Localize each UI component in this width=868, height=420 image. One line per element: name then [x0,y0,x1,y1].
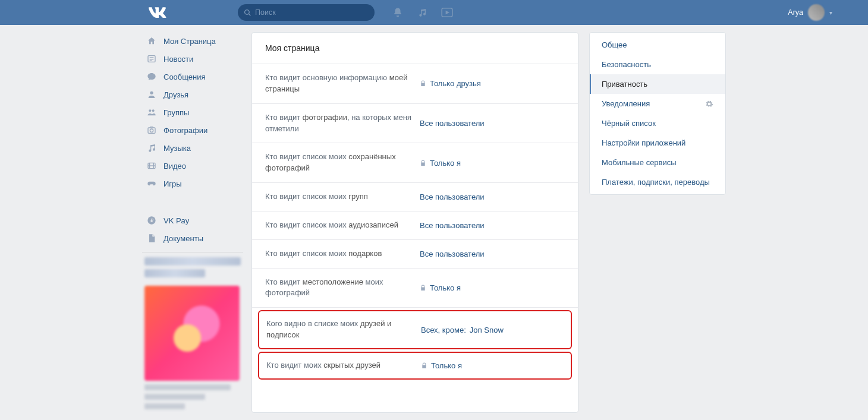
privacy-setting-row: Кто видит местоположение моих фотографий… [252,269,578,308]
settings-nav-mobile[interactable]: Мобильные сервисы [590,153,725,172]
setting-label: Кто видит основную информацию моей стран… [265,72,420,95]
settings-nav-label: Общее [602,40,627,49]
svg-point-11 [150,129,153,132]
nav-music[interactable]: Музыка [142,139,243,157]
settings-nav-general[interactable]: Общее [590,35,725,55]
nav-news[interactable]: Новости [142,50,243,68]
nav-games[interactable]: Игры [142,175,243,192]
doc-icon [146,233,158,243]
settings-nav: ОбщееБезопасностьПриватностьУведомленияЧ… [589,32,726,195]
svg-point-0 [245,10,250,14]
setting-value[interactable]: Все пользователи [420,192,485,201]
chevron-down-icon: ▾ [829,10,832,16]
privacy-setting-row: Кто видит моих скрытых друзейТолько я [259,353,571,378]
nav-label: Документы [163,234,203,243]
nav-friends[interactable]: Друзья [142,86,243,103]
nav-photos[interactable]: Фотографии [142,121,243,139]
setting-value[interactable]: Все пользователи [420,250,485,258]
nav-my-page[interactable]: Моя Страница [142,32,243,50]
highlighted-setting: Кто видит моих скрытых друзейТолько я [258,352,572,380]
privacy-setting-row: Кто видит список моих аудиозаписейВсе по… [252,211,578,240]
music-icon [146,143,158,153]
settings-nav-label: Настройки приложений [602,138,685,147]
settings-nav-notifications[interactable]: Уведомления [590,94,725,113]
settings-nav-label: Уведомления [602,99,650,108]
settings-panel: Моя страница Кто видит основную информац… [251,32,578,413]
nav-groups[interactable]: Группы [142,103,243,121]
games-icon [146,179,158,188]
settings-nav-app-settings[interactable]: Настройки приложений [590,133,725,153]
news-icon [146,54,158,64]
groups-icon [146,108,158,117]
nav-messages[interactable]: Сообщения [142,68,243,86]
blurred-text [142,384,243,409]
settings-nav-privacy[interactable]: Приватность [590,74,725,94]
nav-vkpay[interactable]: ₽VK Pay [142,211,243,229]
setting-label: Кого видно в списке моих друзей и подпис… [266,318,421,341]
settings-nav-security[interactable]: Безопасность [590,55,725,74]
video-icon [146,161,158,170]
nav-label: VK Pay [163,216,189,225]
setting-value[interactable]: Только я [421,361,462,370]
privacy-setting-row: Кто видит список моих группВсе пользоват… [252,183,578,211]
lock-icon [420,80,426,87]
vk-logo[interactable] [149,7,166,18]
message-icon [146,72,158,81]
lock-icon [420,285,426,291]
search-box[interactable] [238,4,375,21]
setting-label: Кто видит список моих групп [265,191,420,203]
nav-label: Игры [163,179,182,188]
page-title: Моя страница [252,33,578,64]
privacy-setting-row: Кто видит список моих подарковВсе пользо… [252,240,578,269]
nav-documents[interactable]: Документы [142,229,243,247]
avatar [808,4,825,21]
setting-value[interactable]: Только друзья [420,79,481,88]
lock-icon [420,160,426,166]
video-play-icon[interactable] [441,8,453,17]
privacy-setting-row: Кого видно в списке моих друзей и подпис… [259,311,571,348]
gear-icon[interactable] [705,100,713,108]
nav-label: Группы [163,108,189,117]
vkpay-icon: ₽ [146,216,158,225]
user-menu[interactable]: Arya ▾ [788,4,832,21]
highlighted-setting: Кого видно в списке моих друзей и подпис… [258,310,572,349]
setting-label: Кто видит список моих сохранённых фотогр… [265,151,420,174]
search-icon [244,9,251,17]
svg-point-9 [152,109,155,112]
svg-point-7 [150,91,153,94]
settings-nav-label: Чёрный список [602,119,656,128]
setting-label: Кто видит список моих подарков [265,248,420,260]
nav-label: Музыка [163,144,191,153]
setting-value[interactable]: Все пользователи [420,119,485,128]
nav-label: Видео [163,162,186,170]
setting-label: Кто видит фотографии, на которых меня от… [265,112,420,135]
setting-label: Кто видит список моих аудиозаписей [265,220,420,231]
header-icons [392,7,453,18]
photo-icon [146,125,158,135]
svg-point-8 [149,109,151,112]
home-icon [146,36,158,46]
friend-icon [146,90,158,99]
setting-value[interactable]: Всех, кроме: Jon Snow [421,326,504,334]
svg-text:₽: ₽ [150,218,153,223]
setting-value[interactable]: Только я [420,159,461,168]
ad-card[interactable] [144,286,240,381]
privacy-setting-row: Кто видит основную информацию моей стран… [252,64,578,104]
settings-nav-label: Безопасность [602,60,651,69]
settings-nav-label: Платежи, подписки, переводы [602,178,710,187]
setting-value[interactable]: Только я [420,283,461,292]
nav-label: Новости [163,55,193,64]
settings-nav-blacklist[interactable]: Чёрный список [590,113,725,133]
music-icon[interactable] [417,8,427,17]
notifications-icon[interactable] [392,7,403,18]
user-name: Arya [788,8,803,17]
blurred-section [142,257,243,277]
nav-videos[interactable]: Видео [142,157,243,175]
setting-label: Кто видит моих скрытых друзей [266,360,421,371]
settings-nav-payments[interactable]: Платежи, подписки, переводы [590,172,725,192]
lock-icon [421,362,427,369]
nav-label: Сообщения [163,72,206,81]
privacy-setting-row: Кто видит список моих сохранённых фотогр… [252,143,578,183]
setting-value[interactable]: Все пользователи [420,221,485,230]
search-input[interactable] [255,8,369,17]
